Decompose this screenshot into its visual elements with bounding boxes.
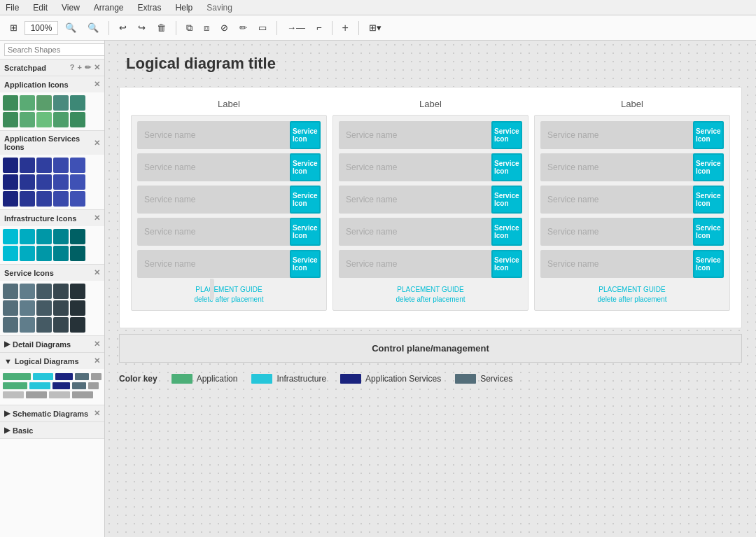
service-row-3-2[interactable]: Service name Service Icon (540, 153, 724, 181)
service-icon-2-1[interactable]: Service Icon (491, 121, 522, 149)
service-row-3-1[interactable]: Service name Service Icon (540, 121, 724, 149)
service-icon-1-3[interactable]: Service Icon (290, 186, 321, 214)
svc-icon-6[interactable] (3, 300, 18, 316)
detail-diagrams-header[interactable]: ▶ Detail Diagrams ✕ (0, 336, 104, 352)
diag-chip-14[interactable] (72, 391, 93, 398)
close-icon-service[interactable]: ✕ (94, 268, 100, 277)
toolbar-grid-btn[interactable]: ⊞ (6, 20, 22, 36)
service-row-3-5[interactable]: Service name Service Icon (540, 250, 724, 278)
logical-diagrams-header[interactable]: ▼ Logical Diagrams ✕ (0, 353, 104, 369)
toolbar-arrow1[interactable]: →— (283, 20, 309, 36)
diag-chip-13[interactable] (49, 391, 70, 398)
close-icon-appsvcs[interactable]: ✕ (94, 139, 100, 148)
app-icon-8[interactable] (36, 112, 52, 127)
app-icon-9[interactable] (53, 112, 69, 127)
appsvcs-icon-3[interactable] (36, 158, 52, 173)
diag-chip-3[interactable] (55, 373, 73, 380)
service-row-1-1[interactable]: Service name Service Icon (137, 121, 321, 149)
service-row-1-5[interactable]: Service name Service Icon (137, 250, 321, 278)
diag-chip-8[interactable] (52, 382, 70, 389)
toolbar-pencil[interactable]: ✏ (235, 20, 251, 36)
toolbar-undo[interactable]: ↩ (115, 20, 131, 36)
menu-edit[interactable]: Edit (30, 3, 50, 13)
app-icon-5[interactable] (70, 95, 85, 111)
toolbar-add[interactable]: + (338, 19, 353, 37)
appsvcs-icon-11[interactable] (3, 191, 18, 207)
diag-chip-9[interactable] (72, 382, 86, 389)
service-icon-2-4[interactable]: Service Icon (491, 218, 522, 246)
infra-header[interactable]: Infrastructure Icons ✕ (0, 210, 104, 226)
diag-chip-2[interactable] (33, 373, 54, 380)
infra-icon-3[interactable] (36, 229, 52, 244)
infra-icon-2[interactable] (20, 229, 35, 244)
diag-chip-7[interactable] (29, 382, 50, 389)
app-icon-1[interactable] (3, 95, 18, 111)
service-icon-3-1[interactable]: Service Icon (693, 121, 724, 149)
service-row-2-2[interactable]: Service name Service Icon (339, 153, 522, 181)
service-row-2-5[interactable]: Service name Service Icon (339, 250, 522, 278)
service-row-2-3[interactable]: Service name Service Icon (339, 186, 522, 214)
infra-icon-9[interactable] (53, 246, 69, 261)
infra-icon-7[interactable] (20, 246, 35, 261)
service-icon-3-5[interactable]: Service Icon (693, 250, 724, 278)
toolbar-zoom-out[interactable]: 🔍 (83, 20, 103, 36)
appsvcs-icon-6[interactable] (3, 174, 18, 190)
toolbar-redo[interactable]: ↪ (134, 20, 150, 36)
svc-icon-11[interactable] (3, 317, 18, 333)
toolbar-copy[interactable]: ⧉ (182, 20, 197, 36)
application-icons-header[interactable]: Application Icons ✕ (0, 76, 104, 92)
menu-view[interactable]: View (59, 3, 83, 13)
menu-help[interactable]: Help (173, 3, 196, 13)
appsvcs-icon-10[interactable] (70, 174, 85, 190)
toolbar-arrow2[interactable]: ⌐ (312, 20, 326, 36)
svc-icon-15[interactable] (70, 317, 85, 333)
service-icon-1-1[interactable]: Service Icon (290, 121, 321, 149)
scratchpad-help[interactable]: ? (70, 63, 75, 72)
svc-icon-9[interactable] (53, 300, 69, 316)
svc-icon-5[interactable] (70, 284, 85, 299)
service-row-3-4[interactable]: Service name Service Icon (540, 218, 724, 246)
service-icon-3-4[interactable]: Service Icon (693, 218, 724, 246)
service-icon-2-3[interactable]: Service Icon (491, 186, 522, 214)
close-logical[interactable]: ✕ (94, 356, 100, 365)
service-row-2-1[interactable]: Service name Service Icon (339, 121, 522, 149)
scratchpad-add[interactable]: + (78, 63, 82, 72)
service-row-3-3[interactable]: Service name Service Icon (540, 186, 724, 214)
scratchpad-edit[interactable]: ✏ (85, 63, 91, 72)
appsvcs-icon-13[interactable] (36, 191, 52, 207)
service-row-1-4[interactable]: Service name Service Icon (137, 218, 321, 246)
service-icon-1-4[interactable]: Service Icon (290, 218, 321, 246)
appsvcs-icon-8[interactable] (36, 174, 52, 190)
svc-icon-12[interactable] (20, 317, 35, 333)
diag-chip-1[interactable] (3, 373, 31, 380)
app-icon-3[interactable] (36, 95, 52, 111)
diag-chip-5[interactable] (91, 373, 102, 380)
close-schematic[interactable]: ✕ (94, 409, 100, 418)
diag-chip-4[interactable] (75, 373, 89, 380)
appsvcs-icon-15[interactable] (70, 191, 85, 207)
infra-icon-8[interactable] (36, 246, 52, 261)
appsvcs-icon-1[interactable] (3, 158, 18, 173)
sidebar-collapse-tab[interactable] (210, 279, 214, 300)
app-icon-10[interactable] (70, 112, 85, 127)
close-icon-app[interactable]: ✕ (94, 80, 100, 89)
appsvcs-icon-9[interactable] (53, 174, 69, 190)
service-icon-3-3[interactable]: Service Icon (693, 186, 724, 214)
svc-icon-4[interactable] (53, 284, 69, 299)
svc-icon-8[interactable] (36, 300, 52, 316)
appsvcs-icon-7[interactable] (20, 174, 35, 190)
canvas-area[interactable]: Logical diagram title Label Service name… (105, 41, 756, 537)
infra-icon-5[interactable] (70, 229, 85, 244)
menu-file[interactable]: File (3, 3, 22, 13)
service-icon-2-5[interactable]: Service Icon (491, 250, 522, 278)
close-icon-infra[interactable]: ✕ (94, 214, 100, 223)
toolbar-style[interactable]: ⊘ (216, 20, 232, 36)
appsvcs-icon-4[interactable] (53, 158, 69, 173)
appsvcs-icon-12[interactable] (20, 191, 35, 207)
svc-icon-13[interactable] (36, 317, 52, 333)
service-row-1-3[interactable]: Service name Service Icon (137, 186, 321, 214)
service-icon-1-2[interactable]: Service Icon (290, 153, 321, 181)
infra-icon-10[interactable] (70, 246, 85, 261)
service-icon-2-2[interactable]: Service Icon (491, 153, 522, 181)
toolbar-table[interactable]: ⊞▾ (365, 20, 386, 36)
